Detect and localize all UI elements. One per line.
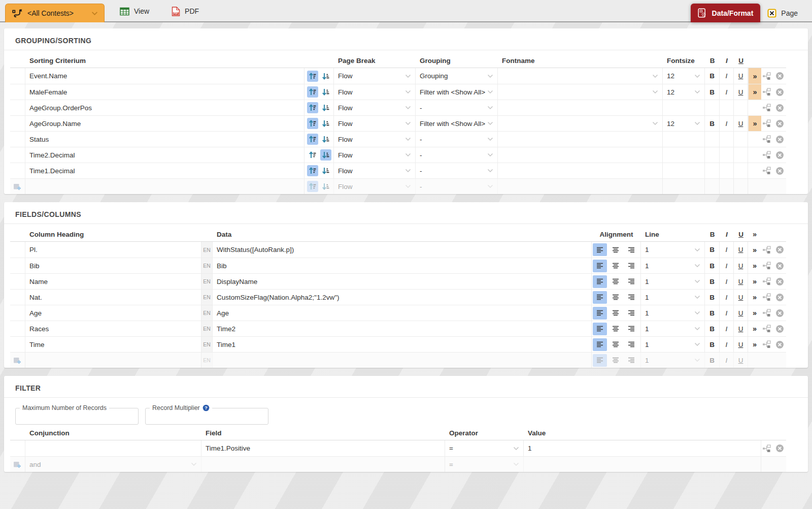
- sort-ascending-button[interactable]: [307, 149, 318, 161]
- column-heading-field[interactable]: Pl.: [25, 242, 201, 258]
- align-right-button[interactable]: [624, 323, 638, 335]
- column-heading-field[interactable]: Races: [25, 321, 201, 336]
- bold-button[interactable]: B: [705, 337, 720, 352]
- sort-descending-button[interactable]: [320, 134, 331, 145]
- add-row-icon[interactable]: [13, 182, 22, 191]
- align-left-button[interactable]: [593, 275, 607, 288]
- conditional-format-icon[interactable]: [762, 246, 772, 254]
- align-right-button[interactable]: [624, 354, 638, 367]
- bold-button[interactable]: B: [705, 84, 720, 100]
- pdf-button[interactable]: PDF PDF: [164, 0, 206, 22]
- delete-row-icon[interactable]: [775, 245, 784, 254]
- underline-button[interactable]: U: [734, 116, 748, 131]
- data-expression-field[interactable]: Age: [213, 305, 592, 321]
- line-select[interactable]: 1: [641, 290, 705, 305]
- sort-ascending-button[interactable]: [307, 86, 318, 98]
- more-options-button[interactable]: »: [748, 305, 761, 321]
- more-options-button[interactable]: »: [748, 68, 761, 84]
- line-select[interactable]: 1: [641, 337, 705, 352]
- tab-data-format[interactable]: Data/Format: [691, 4, 761, 22]
- conditional-format-icon[interactable]: [762, 88, 772, 96]
- delete-row-icon[interactable]: [775, 151, 784, 160]
- conditional-format-icon[interactable]: [762, 325, 772, 333]
- fontsize-select[interactable]: 12: [663, 68, 705, 84]
- bold-button[interactable]: B: [705, 68, 720, 84]
- more-options-button[interactable]: »: [748, 321, 761, 336]
- more-options-button[interactable]: »: [748, 84, 761, 100]
- conjunction-field[interactable]: [25, 440, 201, 456]
- conditional-format-icon[interactable]: [762, 151, 772, 159]
- line-select[interactable]: 1: [641, 353, 705, 368]
- conditional-format-icon[interactable]: [762, 119, 772, 128]
- sorting-criterium-field[interactable]: AgeGroup.OrderPos: [25, 100, 304, 115]
- grouping-select[interactable]: -: [416, 163, 498, 178]
- grouping-select[interactable]: Filter with <Show All> +: [416, 116, 498, 131]
- sorting-criterium-field[interactable]: Time2.Decimal: [25, 147, 304, 163]
- underline-button[interactable]: U: [734, 321, 748, 336]
- conditional-format-icon[interactable]: [762, 309, 772, 317]
- delete-row-icon[interactable]: [775, 262, 784, 270]
- filter-field[interactable]: Time1.Positive: [201, 440, 445, 456]
- align-center-button[interactable]: [608, 275, 623, 288]
- italic-button[interactable]: I: [720, 258, 734, 273]
- page-break-select[interactable]: Flow: [334, 163, 416, 178]
- sort-descending-button[interactable]: [320, 102, 331, 113]
- delete-row-icon[interactable]: [775, 309, 784, 317]
- record-multiplier-input[interactable]: [150, 411, 264, 420]
- line-select[interactable]: 1: [641, 242, 705, 258]
- data-expression-field[interactable]: DisplayName: [213, 274, 592, 289]
- sort-descending-button[interactable]: [320, 118, 331, 129]
- italic-button[interactable]: I: [720, 274, 734, 289]
- sort-ascending-button[interactable]: [307, 71, 318, 82]
- underline-button[interactable]: U: [734, 84, 748, 100]
- delete-row-icon[interactable]: [775, 135, 784, 144]
- line-select[interactable]: 1: [641, 274, 705, 289]
- delete-row-icon[interactable]: [775, 104, 784, 112]
- align-center-button[interactable]: [608, 338, 623, 351]
- italic-button[interactable]: I: [720, 116, 734, 131]
- bold-button[interactable]: B: [705, 290, 720, 305]
- line-select[interactable]: 1: [641, 258, 705, 273]
- align-left-button[interactable]: [593, 323, 607, 335]
- underline-button[interactable]: U: [734, 305, 748, 321]
- sorting-criterium-field[interactable]: AgeGroup.Name: [25, 116, 304, 131]
- sort-ascending-button[interactable]: [307, 102, 318, 113]
- sort-ascending-button[interactable]: [307, 165, 318, 176]
- align-center-button[interactable]: [608, 291, 623, 304]
- sort-ascending-button[interactable]: [307, 118, 318, 129]
- fontsize-select[interactable]: 12: [663, 116, 705, 131]
- contest-selector[interactable]: <All Contests>: [5, 4, 105, 22]
- sorting-criterium-field[interactable]: [25, 179, 304, 194]
- sorting-criterium-field[interactable]: Time1.Decimal: [25, 163, 304, 178]
- italic-button[interactable]: I: [720, 84, 734, 100]
- underline-button[interactable]: U: [734, 68, 748, 84]
- sort-descending-button[interactable]: [320, 165, 331, 176]
- bold-button[interactable]: B: [705, 274, 720, 289]
- align-left-button[interactable]: [593, 354, 607, 367]
- sort-descending-button[interactable]: [320, 86, 331, 98]
- more-options-button[interactable]: »: [748, 242, 761, 258]
- conditional-format-icon[interactable]: [762, 135, 772, 143]
- underline-button[interactable]: U: [734, 258, 748, 273]
- underline-button[interactable]: U: [734, 242, 748, 258]
- page-break-select[interactable]: Flow: [334, 68, 416, 84]
- underline-button[interactable]: U: [734, 274, 748, 289]
- underline-button[interactable]: U: [734, 290, 748, 305]
- align-right-button[interactable]: [624, 307, 638, 320]
- align-left-button[interactable]: [593, 307, 607, 320]
- fontname-select[interactable]: [498, 84, 663, 100]
- page-break-select[interactable]: Flow: [334, 116, 416, 131]
- sorting-criterium-field[interactable]: MaleFemale: [25, 84, 304, 100]
- underline-button[interactable]: U: [734, 353, 748, 368]
- align-left-button[interactable]: [593, 338, 607, 351]
- align-right-button[interactable]: [624, 260, 638, 272]
- conjunction-select[interactable]: and: [25, 457, 201, 472]
- filter-field[interactable]: [201, 457, 445, 472]
- page-break-select[interactable]: Flow: [334, 179, 416, 194]
- conditional-format-icon[interactable]: [762, 72, 772, 80]
- bold-button[interactable]: B: [705, 305, 720, 321]
- bold-button[interactable]: B: [705, 353, 720, 368]
- italic-button[interactable]: I: [720, 68, 734, 84]
- align-center-button[interactable]: [608, 323, 623, 335]
- line-select[interactable]: 1: [641, 321, 705, 336]
